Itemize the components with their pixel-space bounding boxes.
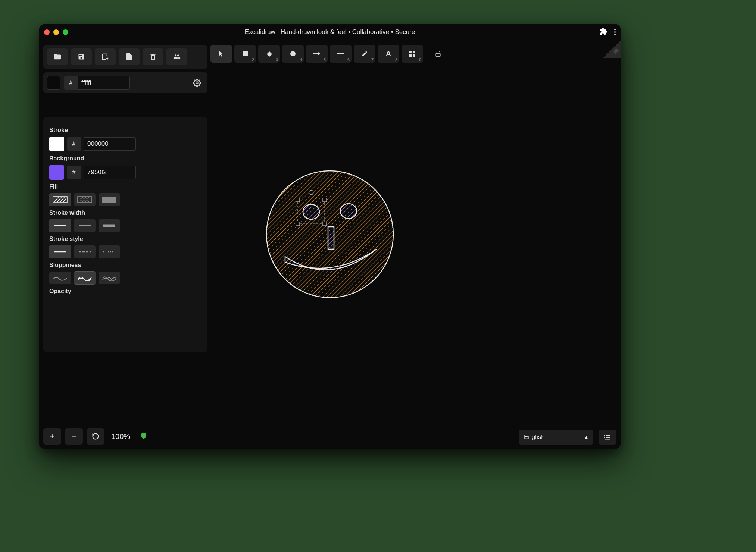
svg-rect-50 — [609, 437, 610, 438]
tool-arrow[interactable]: 5 — [306, 45, 328, 63]
app-content: 1 2 3 4 5 — [39, 40, 621, 449]
encrypted-icon — [140, 432, 147, 441]
stroke-color-swatch[interactable] — [49, 137, 64, 151]
canvas-color-island: # — [43, 72, 207, 93]
app-window: Excalidraw | Hand-drawn look & feel • Co… — [39, 24, 621, 449]
fill-label: Fill — [49, 184, 198, 190]
zoom-level[interactable]: 100% — [108, 432, 133, 441]
svg-rect-19 — [409, 54, 412, 57]
stroke-style-solid-option[interactable] — [49, 245, 71, 258]
svg-rect-10 — [323, 222, 327, 226]
stroke-style-label: Stroke style — [49, 236, 198, 242]
svg-rect-18 — [413, 51, 415, 53]
fill-hachure-option[interactable] — [49, 193, 71, 206]
clear-canvas-button[interactable] — [143, 48, 163, 65]
settings-button[interactable] — [190, 76, 204, 90]
properties-panel: Stroke # Background # Fill — [43, 117, 207, 352]
svg-rect-48 — [606, 437, 607, 438]
stroke-style-dashed-option[interactable] — [74, 245, 96, 258]
lock-button[interactable] — [431, 46, 446, 61]
canvas-color-swatch[interactable] — [47, 76, 60, 90]
save-as-button[interactable] — [95, 48, 116, 65]
svg-rect-13 — [267, 51, 272, 57]
extensions-icon[interactable] — [599, 27, 607, 37]
close-window-button[interactable] — [44, 29, 50, 35]
save-button[interactable] — [71, 48, 92, 65]
svg-rect-28 — [78, 197, 92, 203]
background-color-swatch[interactable] — [49, 165, 64, 180]
svg-rect-47 — [604, 437, 605, 438]
titlebar: Excalidraw | Hand-drawn look & feel • Co… — [39, 24, 621, 40]
background-label: Background — [49, 155, 198, 162]
shape-toolbar: 1 2 3 4 5 — [210, 45, 446, 63]
open-button[interactable] — [47, 48, 68, 65]
fill-cross-hatch-option[interactable] — [74, 193, 96, 206]
background-color-input[interactable] — [84, 166, 136, 179]
svg-rect-49 — [607, 437, 609, 438]
maximize-window-button[interactable] — [63, 29, 68, 35]
keyboard-shortcuts-button[interactable] — [599, 430, 616, 445]
window-controls — [44, 29, 68, 35]
sloppiness-artist-option[interactable] — [74, 272, 96, 284]
svg-rect-43 — [604, 435, 605, 436]
svg-rect-8 — [323, 198, 327, 202]
svg-rect-9 — [296, 222, 300, 226]
tool-selection[interactable]: 1 — [210, 45, 232, 63]
github-corner[interactable] — [603, 40, 621, 58]
svg-rect-7 — [296, 198, 300, 202]
svg-rect-46 — [609, 435, 610, 436]
minimize-window-button[interactable] — [53, 29, 59, 35]
footer-right: English ▴ — [519, 430, 616, 445]
tool-freedraw[interactable]: 7 — [354, 45, 375, 63]
svg-rect-35 — [102, 197, 116, 203]
browser-menu-button[interactable] — [614, 29, 616, 35]
left-panel: # — [43, 45, 207, 93]
svg-point-3 — [303, 204, 319, 219]
canvas-color-input[interactable] — [78, 76, 130, 90]
zoom-out-button[interactable]: − — [65, 428, 83, 445]
stroke-style-dotted-option[interactable] — [99, 245, 120, 258]
tool-rectangle[interactable]: 2 — [234, 45, 256, 63]
stroke-width-medium-option[interactable] — [74, 219, 96, 232]
tool-line[interactable]: 6 — [330, 45, 352, 63]
footer-left: + − 100% — [43, 428, 147, 445]
tool-text[interactable]: A 8 — [378, 45, 399, 63]
svg-rect-51 — [605, 439, 610, 440]
fill-solid-option[interactable] — [99, 193, 120, 206]
svg-rect-20 — [413, 54, 415, 57]
zoom-in-button[interactable]: + — [43, 428, 61, 445]
svg-rect-45 — [607, 435, 609, 436]
export-button[interactable] — [119, 48, 140, 65]
svg-point-22 — [196, 82, 198, 84]
tool-ellipse[interactable]: 4 — [282, 45, 304, 63]
stroke-width-label: Stroke width — [49, 210, 198, 216]
language-value: English — [524, 433, 545, 441]
tool-image[interactable]: 9 — [402, 45, 423, 63]
svg-point-14 — [290, 51, 296, 56]
language-select[interactable]: English ▴ — [519, 430, 593, 445]
svg-rect-12 — [243, 51, 248, 56]
window-title: Excalidraw | Hand-drawn look & feel • Co… — [39, 28, 621, 36]
sloppiness-architect-option[interactable] — [49, 272, 71, 284]
svg-point-11 — [309, 190, 313, 195]
hash-label: # — [67, 166, 81, 179]
stroke-color-input[interactable] — [84, 137, 136, 151]
stroke-width-thick-option[interactable] — [99, 219, 120, 232]
svg-point-4 — [340, 204, 357, 219]
tool-diamond[interactable]: 3 — [258, 45, 280, 63]
chevron-up-icon: ▴ — [585, 433, 588, 441]
zoom-reset-button[interactable] — [87, 428, 104, 445]
svg-rect-21 — [436, 53, 440, 56]
svg-rect-5 — [328, 227, 334, 249]
opacity-label: Opacity — [49, 288, 198, 295]
sloppiness-cartoonist-option[interactable] — [99, 272, 120, 284]
hash-label: # — [64, 76, 78, 90]
svg-rect-17 — [409, 51, 412, 53]
stroke-width-thin-option[interactable] — [49, 219, 71, 232]
stroke-label: Stroke — [49, 127, 198, 134]
properties-scroll[interactable]: Stroke # Background # Fill — [49, 123, 202, 346]
svg-point-2 — [266, 171, 393, 298]
svg-rect-44 — [606, 435, 607, 436]
collaborate-button[interactable] — [166, 48, 187, 65]
hash-label: # — [67, 137, 81, 151]
